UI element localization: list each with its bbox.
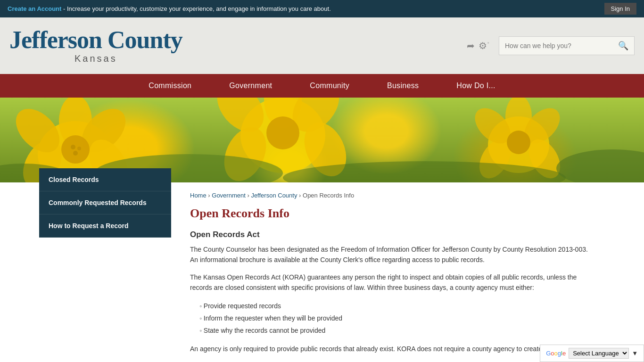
promo-text: - Increase your productivity, customize … [61,5,330,12]
top-bar: Create an Account - Increase your produc… [0,0,644,17]
create-account-link[interactable]: Create an Account [8,5,61,12]
breadcrumb-home[interactable]: Home [190,192,206,199]
header-icons: ➦ ⚙︎⁺ [467,40,489,51]
logo-title[interactable]: Jefferson County [9,28,182,52]
breadcrumb-current: Open Records Info [303,192,354,199]
nav-item-business[interactable]: Business [368,74,438,98]
section1-list: Provide requested records Inform the req… [199,300,591,337]
header: Jefferson County Kansas ➦ ⚙︎⁺ 🔍 [0,17,644,74]
main-content: Home › Government › Jefferson County › O… [171,182,605,362]
header-right: ➦ ⚙︎⁺ 🔍 [467,36,635,55]
translate-bar: Google Select Language ▼ [540,345,644,362]
language-select[interactable]: Select Language [569,348,629,359]
nav-item-commission[interactable]: Commission [130,74,210,98]
logo-subtitle: Kansas [9,53,182,64]
logo-area: Jefferson County Kansas [9,28,182,64]
sidebar-item-commonly-requested[interactable]: Commonly Requested Records [39,191,171,214]
google-logo: Google [546,350,566,357]
sidebar-item-how-to-request[interactable]: How to Request a Record [39,214,171,238]
nav-item-community[interactable]: Community [291,74,368,98]
search-input[interactable] [499,38,612,53]
sidebar: Closed Records Commonly Requested Record… [39,168,171,238]
search-box: 🔍 [499,36,635,55]
list-item-3: State why the records cannot be provided [199,324,591,337]
page-title: Open Records Info [190,206,591,221]
sidebar-item-closed-records[interactable]: Closed Records [39,168,171,191]
breadcrumb-government[interactable]: Government [212,192,246,199]
section1-para3: An agency is only required to provide pu… [190,344,591,354]
top-bar-message: Create an Account - Increase your produc… [8,5,331,12]
nav-item-government[interactable]: Government [210,74,291,98]
list-item-1: Provide requested records [199,300,591,312]
breadcrumb-jefferson-county[interactable]: Jefferson County [251,192,297,199]
list-item-2: Inform the requester when they will be p… [199,312,591,324]
nav-item-how-do-i[interactable]: How Do I... [438,74,514,98]
translate-arrow: ▼ [632,350,638,357]
content-area: Closed Records Commonly Requested Record… [20,182,624,362]
gear-icon[interactable]: ⚙︎⁺ [479,40,489,51]
section1-heading: Open Records Act [190,230,591,239]
section1-para2: The Kansas Open Records Act (KORA) guara… [190,272,591,293]
main-nav: Commission Government Community Business… [0,74,644,98]
breadcrumb-sep3: › [299,192,303,199]
search-button[interactable]: 🔍 [612,37,634,55]
section1-para1: The County Counselor has been designated… [190,244,591,265]
share-icon[interactable]: ➦ [467,40,475,51]
breadcrumb: Home › Government › Jefferson County › O… [190,192,591,199]
sign-in-button[interactable]: Sign In [604,3,636,15]
